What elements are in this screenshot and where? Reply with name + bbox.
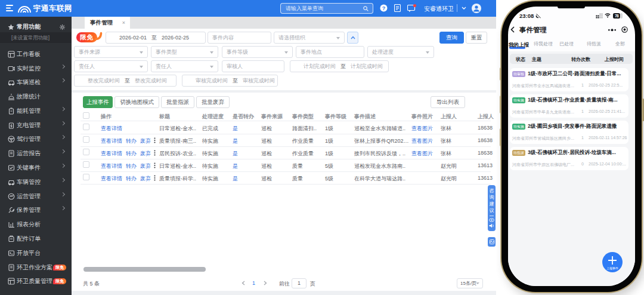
svg-text:?: ?: [382, 5, 386, 11]
